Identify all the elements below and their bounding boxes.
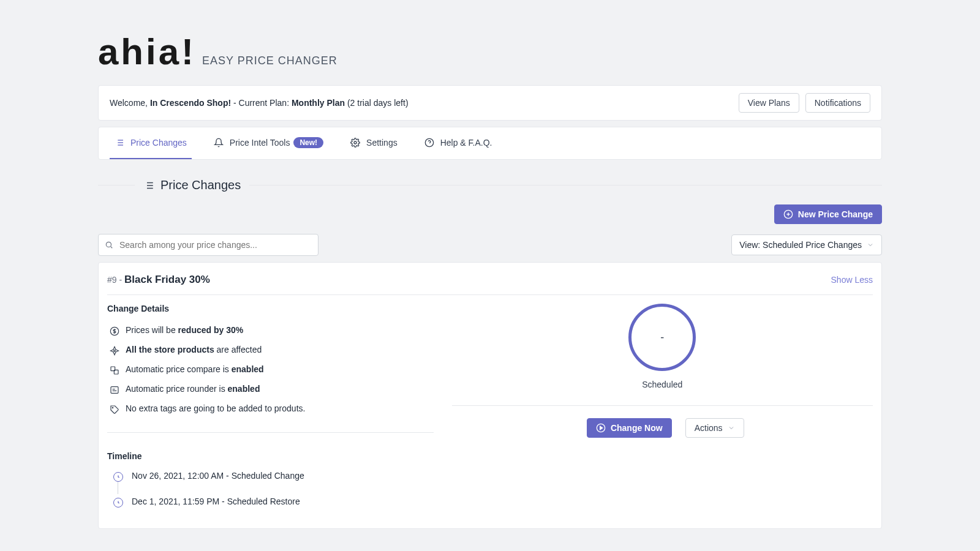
svg-point-18 xyxy=(106,242,111,247)
detail-row: Automatic price compare is enabled xyxy=(107,360,434,380)
nav-label: Settings xyxy=(366,138,398,148)
detail-bold: All the store products xyxy=(126,345,214,354)
detail-row: Automatic price rounder is enabled xyxy=(107,380,434,399)
play-circle-icon xyxy=(596,423,606,433)
change-id: #9 xyxy=(107,275,117,285)
actions-label: Actions xyxy=(695,423,723,433)
detail-text: are affected xyxy=(214,345,262,354)
show-less-link[interactable]: Show Less xyxy=(831,275,873,285)
detail-text: No extra tags are going to be added to p… xyxy=(122,403,434,413)
detail-bold: reduced by 30% xyxy=(178,325,244,335)
trial-days: (2 trial days left) xyxy=(345,98,408,108)
chevron-down-icon xyxy=(867,241,874,249)
list-icon xyxy=(115,138,124,148)
welcome-bar: Welcome, In Crescendo Shop! - Current Pl… xyxy=(98,85,882,121)
compare-icon xyxy=(107,364,122,375)
clock-icon xyxy=(113,498,123,508)
view-plans-button[interactable]: View Plans xyxy=(739,93,799,113)
plus-circle-icon xyxy=(783,209,793,219)
gear-icon xyxy=(350,138,360,148)
new-badge: New! xyxy=(293,137,323,148)
svg-point-6 xyxy=(354,141,356,144)
chevron-down-icon xyxy=(728,424,735,432)
timeline-heading: Timeline xyxy=(107,451,434,461)
notifications-button[interactable]: Notifications xyxy=(805,93,870,113)
nav-label: Help & F.A.Q. xyxy=(440,138,492,148)
nav-label: Price Intel Tools xyxy=(230,138,290,148)
dollar-icon xyxy=(107,325,122,336)
price-change-card: #9 - Black Friday 30% Show Less Change D… xyxy=(98,262,882,529)
detail-bold: enabled xyxy=(228,384,260,394)
clock-icon xyxy=(113,472,123,482)
bell-icon xyxy=(214,138,224,148)
change-name: Black Friday 30% xyxy=(124,274,210,285)
actions-dropdown-button[interactable]: Actions xyxy=(685,418,744,438)
change-now-button[interactable]: Change Now xyxy=(587,418,672,438)
timeline-text: Dec 1, 2021, 11:59 PM - Scheduled Restor… xyxy=(132,497,300,506)
change-sep: - xyxy=(117,275,124,285)
svg-marker-21 xyxy=(110,347,118,354)
svg-line-19 xyxy=(111,247,113,249)
status-label: Scheduled xyxy=(642,380,682,389)
brand-tagline: EASY PRICE CHANGER xyxy=(202,54,337,67)
detail-row: Prices will be reduced by 30% xyxy=(107,321,434,340)
nav-help[interactable]: Help & F.A.Q. xyxy=(420,127,497,159)
new-button-label: New Price Change xyxy=(798,209,873,219)
welcome-text: Welcome, In Crescendo Shop! - Current Pl… xyxy=(110,98,733,108)
svg-rect-25 xyxy=(111,387,118,394)
search-field-wrap[interactable] xyxy=(98,234,318,256)
svg-point-22 xyxy=(114,350,116,352)
change-now-label: Change Now xyxy=(611,423,663,433)
nav-price-changes[interactable]: Price Changes xyxy=(110,127,192,159)
svg-marker-30 xyxy=(600,426,603,429)
help-icon xyxy=(424,138,434,148)
list-icon xyxy=(143,180,154,191)
target-icon xyxy=(107,345,122,356)
detail-text: Automatic price rounder is xyxy=(126,384,228,394)
view-filter-select[interactable]: View: Scheduled Price Changes xyxy=(731,234,882,255)
new-price-change-button[interactable]: New Price Change xyxy=(774,204,882,224)
search-icon xyxy=(105,241,113,249)
main-nav: Price Changes Price Intel Tools New! Set… xyxy=(98,127,882,160)
welcome-prefix: Welcome, xyxy=(110,98,150,108)
detail-row: All the store products are affected xyxy=(107,340,434,360)
timeline-item: Dec 1, 2021, 11:59 PM - Scheduled Restor… xyxy=(107,494,434,510)
detail-text: Automatic price compare is xyxy=(126,364,232,374)
tag-icon xyxy=(107,403,122,414)
section-title: Price Changes xyxy=(98,178,882,192)
ring-value: - xyxy=(660,331,664,344)
detail-row: No extra tags are going to be added to p… xyxy=(107,399,434,419)
plan-prefix: - Current Plan: xyxy=(231,98,292,108)
plan-name: Monthly Plan xyxy=(292,98,345,108)
detail-text: Prices will be xyxy=(126,325,178,335)
welcome-shop: In Crescendo Shop! xyxy=(150,98,231,108)
details-heading: Change Details xyxy=(107,304,434,313)
brand-logo: ahia! xyxy=(98,31,196,73)
rounder-icon xyxy=(107,384,122,395)
detail-bold: enabled xyxy=(232,364,264,374)
section-title-text: Price Changes xyxy=(160,178,241,192)
search-input[interactable] xyxy=(118,239,312,250)
nav-settings[interactable]: Settings xyxy=(345,127,402,159)
view-filter-label: View: Scheduled Price Changes xyxy=(739,240,862,250)
nav-label: Price Changes xyxy=(130,138,187,148)
header-logo: ahia! EASY PRICE CHANGER xyxy=(98,24,882,85)
timeline-item: Nov 26, 2021, 12:00 AM - Scheduled Chang… xyxy=(107,468,434,484)
nav-price-intel[interactable]: Price Intel Tools New! xyxy=(209,127,328,159)
svg-point-28 xyxy=(112,407,113,408)
status-ring: - xyxy=(628,304,696,371)
timeline-text: Nov 26, 2021, 12:00 AM - Scheduled Chang… xyxy=(132,471,304,481)
